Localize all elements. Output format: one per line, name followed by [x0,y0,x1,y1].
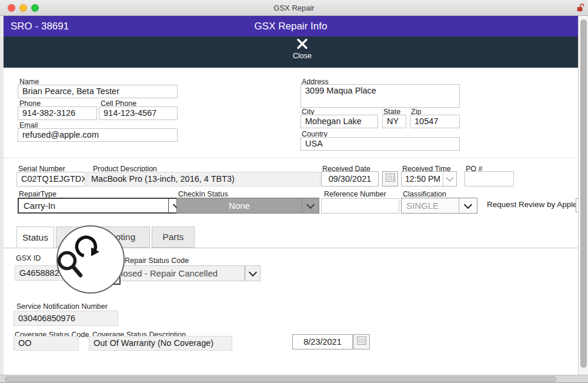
horizontal-scrollbar[interactable] [0,375,588,383]
chevron-down-icon [446,174,454,182]
window-title: GSX Repair [0,4,588,12]
zoom-bubble-overlay [56,225,125,294]
repair-type-label: RepairType [19,190,56,198]
magnifier-icon [59,253,81,276]
page-title: GSX Repair Info [4,16,578,36]
checkin-status-value: None [177,198,302,213]
received-date-calendar-button[interactable] [382,171,398,186]
coverage-status-code-field: OO [14,336,79,351]
repair-type-dropdown[interactable]: Carry-In [18,198,186,214]
vertical-scrollbar-thumb[interactable] [580,19,587,368]
request-review-label: Request Review by Apple? [487,200,582,209]
po-number-field[interactable] [465,171,514,186]
service-notification-label: Service Notification Number [16,302,108,311]
service-notification-field: 030406850976 [14,311,118,326]
state-field[interactable]: NY [382,115,406,128]
status-date-calendar-button[interactable] [353,334,370,349]
horizontal-scrollbar-thumb[interactable] [5,377,556,382]
close-x-icon [297,41,308,51]
product-description-field: MacBook Pro (13-inch, 2016, 4 TBT3) [86,172,320,186]
titlebar: GSX Repair [0,0,588,16]
chevron-down-icon [464,200,472,208]
received-time-dropdown[interactable]: 12:50 PM [401,171,457,186]
cell-phone-field[interactable]: 914-123-4567 [99,106,178,120]
received-time-dropdown-button[interactable] [443,172,456,186]
section-divider [4,158,578,158]
repair-status-code-dropdown[interactable]: Closed - Repair Cancelled [110,265,260,281]
reference-number-label: Reference Number [324,190,386,198]
status-date-field[interactable]: 8/23/2021 [292,334,353,349]
unlocked-padlock-icon [577,3,584,15]
checkin-status-dropdown[interactable]: None [176,198,319,214]
tab-status[interactable]: Status [16,227,54,248]
repair-type-value: Carry-In [19,199,168,212]
received-date-field[interactable]: 09/30/2021 [321,171,379,186]
gsx-repair-window: GSX Repair SRO - 38691 GSX Repair Info C… [0,0,588,383]
country-field[interactable]: USA [300,137,460,151]
tab-parts[interactable]: Parts [152,227,195,248]
address-field[interactable]: 3099 Maqua Place [300,84,460,108]
repair-status-code-label: Repair Status Code [125,257,189,265]
zip-field[interactable]: 10547 [410,115,460,128]
window-left-border [0,16,4,375]
email-field[interactable]: refused@apple.com [18,128,178,142]
checkin-status-dropdown-button[interactable] [302,198,319,213]
chevron-down-icon [306,200,315,208]
vertical-scrollbar[interactable] [578,16,588,375]
checkin-status-label: CheckIn Status [178,190,228,198]
close-button[interactable]: Close [282,39,323,60]
repair-status-code-dropdown-button[interactable] [245,266,260,281]
classification-dropdown-button[interactable] [459,198,477,213]
city-field[interactable]: Mohegan Lake [300,115,378,128]
gsx-id-label: GSX ID [16,254,41,262]
coverage-status-description-field: Out Of Warranty (No Coverage) [89,336,232,351]
name-field[interactable]: Brian Pearce, Beta Tester [18,85,178,98]
close-button-label: Close [282,52,323,60]
received-time-value: 12:50 PM [402,172,443,186]
chevron-down-icon [248,268,256,276]
classification-label: Classification [403,190,446,198]
classification-dropdown[interactable]: SINGLE [401,198,477,214]
serial-number-field[interactable]: C02TQ1EJGTDX [16,172,85,186]
calendar-icon [357,337,366,347]
phone-field[interactable]: 914-382-3126 [18,106,97,120]
calendar-icon [386,174,395,184]
purple-header: SRO - 38691 GSX Repair Info [4,16,578,36]
refresh-icon [76,237,99,256]
reference-number-field[interactable] [321,198,399,214]
classification-value: SINGLE [402,198,459,213]
repair-status-code-value: Closed - Repair Cancelled [111,266,245,281]
